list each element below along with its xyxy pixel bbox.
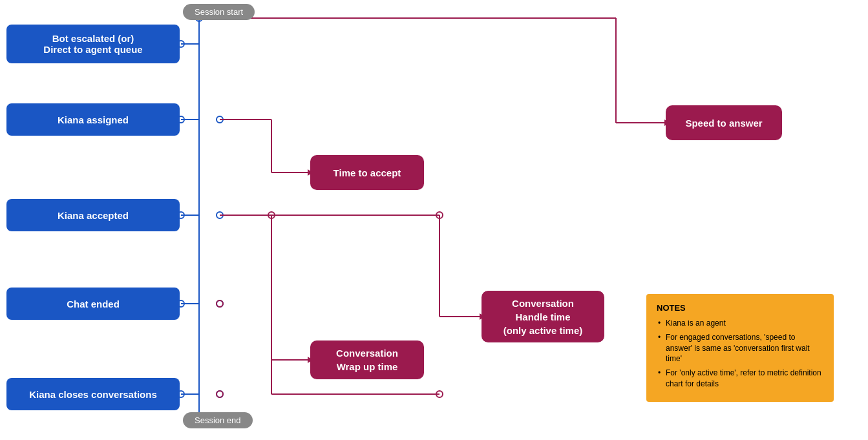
- svg-point-27: [268, 212, 275, 218]
- svg-point-10: [217, 212, 223, 218]
- session-start-pill: Session start: [183, 4, 255, 20]
- notes-item-2: For engaged conversations, 'speed to ans…: [657, 332, 823, 364]
- svg-point-29: [436, 212, 443, 218]
- session-end-pill: Session end: [183, 412, 253, 428]
- svg-point-13: [217, 300, 223, 307]
- svg-point-37: [217, 391, 223, 397]
- notes-list: Kiana is an agent For engaged conversati…: [657, 318, 823, 390]
- svg-point-16: [217, 391, 223, 397]
- conv-wrap-up-box: Conversation Wrap up time: [310, 340, 424, 379]
- chat-ended-box: Chat ended: [6, 288, 180, 320]
- notes-title: NOTES: [657, 303, 823, 313]
- diagram-container: Session start Session end Bot escalated …: [0, 0, 868, 440]
- conv-handle-time-box: Conversation Handle time (only active ti…: [482, 291, 604, 342]
- time-to-accept-box: Time to accept: [310, 155, 424, 190]
- kiana-accepted-box: Kiana accepted: [6, 199, 180, 231]
- speed-to-answer-box: Speed to answer: [666, 105, 782, 140]
- svg-point-33: [217, 300, 223, 307]
- svg-point-39: [436, 391, 443, 397]
- kiana-closes-box: Kiana closes conversations: [6, 378, 180, 410]
- notes-box: NOTES Kiana is an agent For engaged conv…: [646, 294, 834, 402]
- notes-item-3: For 'only active time', refer to metric …: [657, 368, 823, 390]
- bot-escalated-box: Bot escalated (or) Direct to agent queue: [6, 25, 180, 63]
- notes-item-1: Kiana is an agent: [657, 318, 823, 329]
- kiana-assigned-box: Kiana assigned: [6, 103, 180, 136]
- svg-point-7: [217, 116, 223, 123]
